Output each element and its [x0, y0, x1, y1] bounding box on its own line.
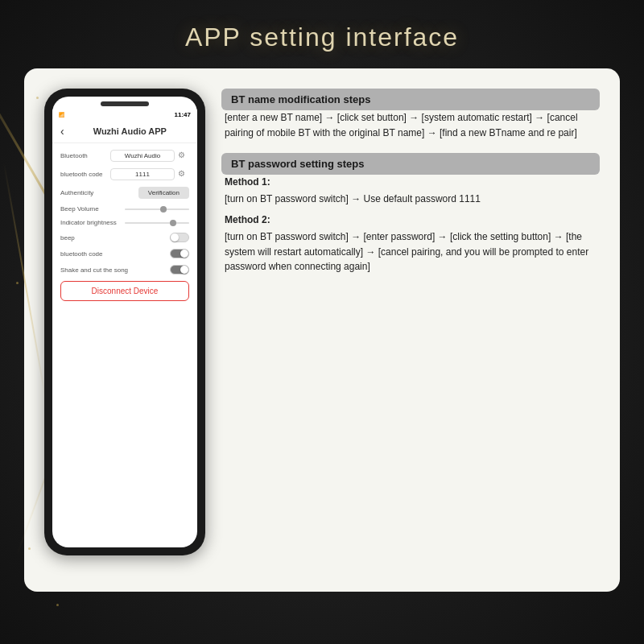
beep-toggle-knob [171, 233, 179, 242]
phone-notch [101, 101, 149, 106]
shake-toggle-row: Shake and cut the song [60, 265, 189, 275]
indicator-brightness-label: Indicator brightness [60, 219, 125, 226]
app-title: Wuzhi Audio APP [71, 126, 189, 136]
back-button[interactable]: ‹ [60, 125, 64, 138]
bt-code-toggle-label: bluetooth code [60, 250, 103, 258]
beep-toggle-row: beep [60, 233, 189, 242]
beep-volume-label: Beep Volume [60, 205, 125, 213]
background: APP setting interface 📶 11:47 ‹ Wuzhi Au… [0, 0, 644, 644]
authenticity-label: Authenticity [60, 189, 93, 196]
beep-volume-thumb [160, 206, 167, 213]
disconnect-button[interactable]: Disconnect Device [60, 281, 189, 301]
bluetooth-code-row: bluetooth code 1111 ⚙ [60, 168, 189, 180]
bluetooth-setting-row: Bluetooth Wuzhi Audio ⚙ [60, 150, 189, 162]
bluetooth-gear-icon[interactable]: ⚙ [178, 151, 189, 162]
bluetooth-code-label: bluetooth code [60, 171, 103, 178]
bt-code-toggle-knob [180, 250, 188, 258]
bt-code-toggle[interactable] [170, 249, 189, 258]
bluetooth-code-gear-icon[interactable]: ⚙ [178, 169, 189, 180]
shake-toggle-label: Shake and cut the song [60, 266, 128, 274]
beep-toggle[interactable] [170, 233, 189, 242]
indicator-brightness-row: Indicator brightness [60, 219, 189, 226]
beep-volume-row: Beep Volume [60, 205, 189, 213]
bluetooth-input[interactable]: Wuzhi Audio [110, 150, 175, 162]
phone-screen: 📶 11:47 ‹ Wuzhi Audio APP Bluetooth Wuzh [52, 97, 197, 547]
shake-toggle-knob [180, 266, 188, 274]
signal-icon: 📶 [59, 112, 64, 118]
bluetooth-code-input[interactable]: 1111 [110, 168, 175, 180]
app-content: Bluetooth Wuzhi Audio ⚙ bluetooth code 1… [52, 143, 197, 547]
indicator-brightness-slider[interactable] [125, 222, 189, 224]
authenticity-row: Authenticity Verification [60, 187, 189, 199]
beep-volume-slider[interactable] [125, 208, 189, 210]
shake-toggle[interactable] [170, 265, 189, 275]
indicator-brightness-thumb [170, 220, 176, 226]
status-bar: 📶 11:47 [52, 109, 197, 120]
bluetooth-label: Bluetooth [60, 152, 88, 159]
status-icons: 📶 [59, 112, 64, 118]
beep-toggle-label: beep [60, 234, 75, 242]
bt-code-toggle-row: bluetooth code [60, 249, 189, 258]
status-time: 11:47 [175, 111, 191, 118]
phone-mockup: 📶 11:47 ‹ Wuzhi Audio APP Bluetooth Wuzh [44, 89, 205, 555]
app-header: ‹ Wuzhi Audio APP [52, 120, 197, 143]
verification-button[interactable]: Verification [138, 187, 189, 199]
